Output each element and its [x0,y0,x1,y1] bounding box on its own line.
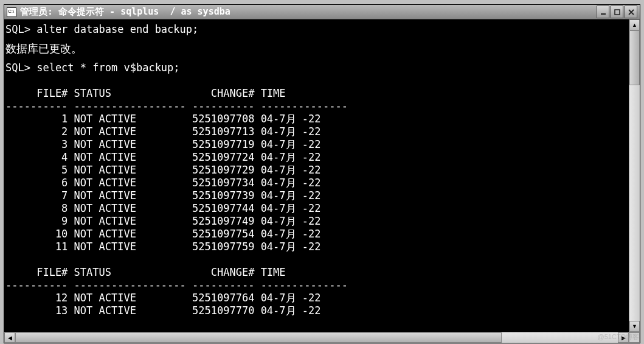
svg-rect-0 [601,13,606,15]
window-title: 管理员: 命令提示符 - sqlplus / as sysdba [20,6,597,18]
command-prompt-window: 管理员: 命令提示符 - sqlplus / as sysdba SQL> al… [4,4,640,343]
horizontal-scroll-track[interactable] [15,332,618,343]
vertical-scroll-thumb[interactable] [629,30,640,85]
minimize-icon [600,9,607,16]
terminal-output[interactable]: SQL> alter database end backup; 数据库已更改。 … [4,19,629,332]
window-controls [597,5,637,18]
titlebar[interactable]: 管理员: 命令提示符 - sqlplus / as sysdba [4,5,640,19]
scroll-down-button[interactable]: ▼ [629,321,640,332]
scroll-left-button[interactable]: ◀ [4,332,15,343]
horizontal-scrollbar[interactable]: ◀ ▶ [4,332,640,343]
scroll-up-button[interactable]: ▲ [629,19,640,30]
horizontal-scroll-thumb[interactable] [15,332,502,343]
maximize-icon [614,9,621,16]
close-button[interactable] [625,5,637,18]
maximize-button[interactable] [611,5,623,18]
cmd-icon [7,7,16,17]
watermark: @51CTO博客 [598,332,639,342]
minimize-button[interactable] [597,5,609,18]
vertical-scrollbar[interactable]: ▲ ▼ [629,19,640,332]
svg-rect-1 [615,10,620,15]
close-icon [628,9,635,16]
content-area: SQL> alter database end backup; 数据库已更改。 … [4,19,640,332]
